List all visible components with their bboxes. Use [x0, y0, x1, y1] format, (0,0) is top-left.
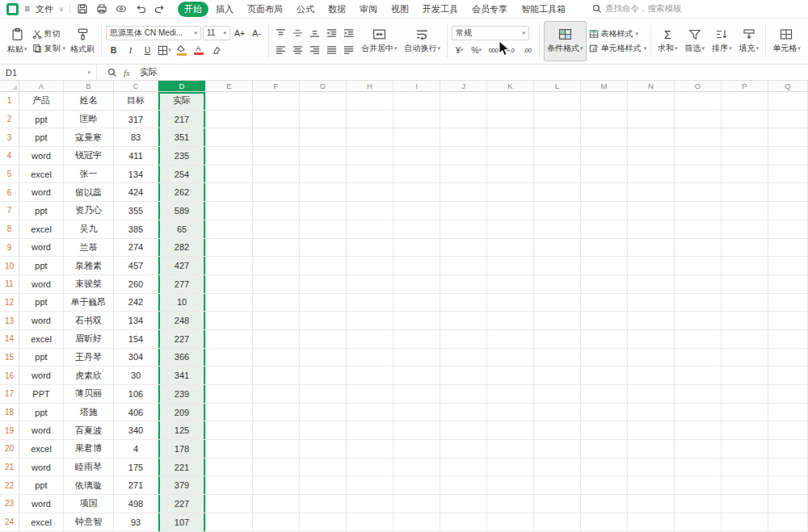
cell-F10[interactable]: [253, 257, 300, 275]
cell-N9[interactable]: [628, 239, 675, 258]
cell-J1[interactable]: [440, 92, 487, 111]
decrease-decimal-button[interactable]: .00: [520, 44, 535, 57]
cell-E10[interactable]: [206, 257, 253, 275]
row-header-21[interactable]: 21: [0, 459, 19, 477]
cell-E1[interactable]: [206, 92, 253, 111]
cell-E5[interactable]: [206, 165, 253, 184]
cell-F18[interactable]: [253, 404, 300, 422]
cell-L15[interactable]: [534, 349, 581, 367]
cell-J2[interactable]: [440, 111, 487, 129]
cell-M23[interactable]: [581, 495, 628, 513]
cell-J15[interactable]: [440, 349, 487, 367]
cell-E13[interactable]: [206, 312, 253, 330]
cell-A23[interactable]: word: [19, 495, 64, 513]
cell-K19[interactable]: [487, 421, 534, 440]
cell-D10[interactable]: 427: [158, 257, 206, 275]
cell-O17[interactable]: [675, 385, 722, 404]
cell-O3[interactable]: [675, 128, 722, 147]
cell-D9[interactable]: 282: [158, 239, 206, 258]
cell-A19[interactable]: word: [19, 421, 64, 440]
cell-L7[interactable]: [534, 202, 581, 220]
cell-Q6[interactable]: [768, 183, 808, 202]
cell-F20[interactable]: [253, 440, 300, 459]
cell-B21[interactable]: 睦雨琴: [64, 459, 114, 477]
cell-L20[interactable]: [534, 440, 581, 459]
paste-button[interactable]: 粘贴▾: [5, 21, 30, 61]
font-name-select[interactable]: 思源黑体 CN Medi...▾: [106, 26, 201, 40]
cell-C13[interactable]: 134: [114, 312, 158, 330]
cell-I12[interactable]: [393, 294, 440, 312]
tab-data[interactable]: 数据: [322, 2, 352, 17]
fill-color-button[interactable]: [174, 44, 189, 57]
cell-D23[interactable]: 227: [158, 495, 206, 513]
row-header-2[interactable]: 2: [0, 111, 19, 129]
cell-A14[interactable]: excel: [19, 330, 64, 349]
cell-L11[interactable]: [534, 275, 581, 294]
cell-E6[interactable]: [206, 183, 253, 202]
cell-style-button[interactable]: 单元格样式▾: [589, 43, 647, 54]
font-size-select[interactable]: 11▾: [203, 26, 230, 40]
cell-D11[interactable]: 277: [158, 275, 206, 294]
cell-E11[interactable]: [206, 275, 253, 294]
cell-B6[interactable]: 留以蕊: [64, 183, 114, 202]
cell-Q20[interactable]: [768, 440, 808, 459]
cell-G4[interactable]: [300, 147, 347, 165]
cell-O10[interactable]: [675, 257, 722, 275]
cell-Q3[interactable]: [768, 128, 808, 147]
cell-M10[interactable]: [581, 257, 628, 275]
justify-button[interactable]: [324, 43, 339, 57]
cell-G19[interactable]: [300, 421, 347, 440]
cell-L8[interactable]: [534, 220, 581, 239]
cell-E4[interactable]: [206, 147, 253, 165]
valign-middle-button[interactable]: [290, 26, 305, 40]
cell-I2[interactable]: [393, 111, 440, 129]
cell-K12[interactable]: [487, 294, 534, 312]
row-header-18[interactable]: 18: [0, 404, 19, 422]
row-header-1[interactable]: 1: [0, 92, 19, 111]
cell-O16[interactable]: [675, 367, 722, 385]
cell-A22[interactable]: ppt: [19, 476, 64, 495]
cell-L10[interactable]: [534, 257, 581, 275]
cell-H7[interactable]: [347, 202, 393, 220]
cell-C19[interactable]: 340: [114, 421, 158, 440]
cell-O2[interactable]: [675, 111, 722, 129]
increase-indent-button[interactable]: [341, 26, 356, 40]
cell-M16[interactable]: [581, 367, 628, 385]
cell-K23[interactable]: [487, 495, 534, 513]
cell-K9[interactable]: [487, 239, 534, 258]
name-box[interactable]: D1▾: [0, 65, 97, 80]
cell-G8[interactable]: [300, 220, 347, 239]
cell-C8[interactable]: 385: [114, 220, 158, 239]
cell-I5[interactable]: [393, 165, 440, 184]
cell-J20[interactable]: [440, 440, 487, 459]
cell-B11[interactable]: 束骏桀: [64, 275, 114, 294]
row-header-11[interactable]: 11: [0, 275, 19, 294]
cell-J24[interactable]: [440, 513, 487, 532]
cell-N19[interactable]: [628, 421, 675, 440]
cell-O22[interactable]: [675, 476, 722, 495]
cell-H22[interactable]: [347, 476, 393, 495]
cell-J8[interactable]: [440, 220, 487, 239]
cell-Q21[interactable]: [768, 459, 808, 477]
cell-G3[interactable]: [300, 128, 347, 147]
cell-B5[interactable]: 张一: [64, 165, 114, 184]
filter-button[interactable]: 筛选▾: [683, 21, 708, 61]
cell-Q5[interactable]: [768, 165, 808, 184]
cell-Q12[interactable]: [768, 294, 808, 312]
cell-J10[interactable]: [440, 257, 487, 275]
cell-P20[interactable]: [722, 440, 768, 459]
undo-icon[interactable]: [134, 2, 148, 16]
cell-O11[interactable]: [675, 275, 722, 294]
cell-B13[interactable]: 石书双: [64, 312, 114, 330]
cell-P11[interactable]: [722, 275, 768, 294]
cell-C9[interactable]: 274: [114, 239, 158, 258]
cell-D17[interactable]: 239: [158, 385, 206, 404]
sort-button[interactable]: 排序▾: [709, 21, 734, 61]
cell-Q16[interactable]: [768, 367, 808, 385]
cell-F15[interactable]: [253, 349, 300, 367]
cell-O21[interactable]: [675, 459, 722, 477]
cell-K8[interactable]: [487, 220, 534, 239]
cell-C11[interactable]: 260: [114, 275, 158, 294]
cell-A17[interactable]: PPT: [19, 385, 64, 404]
cell-C21[interactable]: 175: [114, 459, 158, 477]
